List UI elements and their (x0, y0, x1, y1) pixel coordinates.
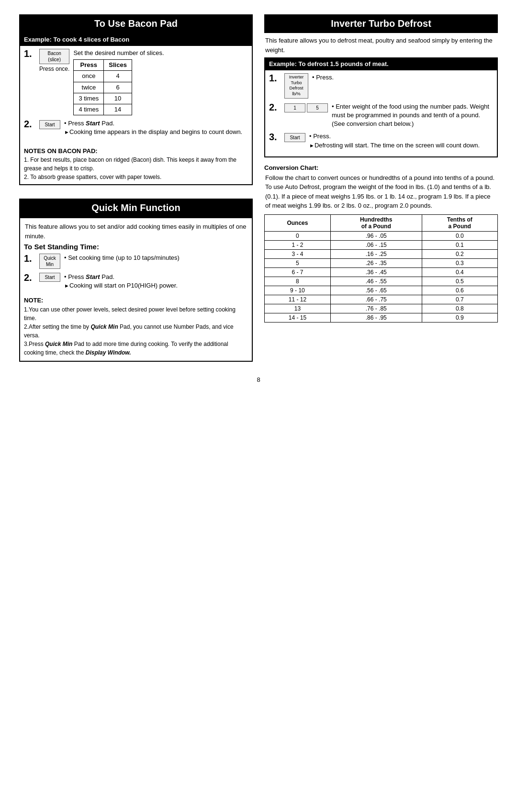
quick-min-note-section: NOTE: 1.You can use other power levels, … (24, 294, 248, 357)
bacon-step2-num: 2. (24, 119, 35, 129)
inverter-step2-num: 2. (269, 102, 281, 112)
table-cell: 0.1 (422, 240, 497, 249)
bacon-notes-title: NOTES ON BACON PAD: (24, 146, 248, 156)
table-cell: 5 (265, 258, 331, 267)
page-number: 8 (19, 376, 498, 383)
table-cell: 0 (265, 231, 331, 240)
quick-min-note-2: 2.After setting the time by Quick Min Pa… (24, 323, 248, 340)
table-cell: 0.5 (422, 277, 497, 286)
right-column: Inverter Turbo Defrost This feature allo… (264, 14, 498, 362)
table-cell: 0.9 (422, 313, 497, 322)
table-cell: 8 (265, 277, 331, 286)
table-cell: 0.7 (422, 295, 497, 304)
inverter-example-header: Example: To defrost 1.5 pounds of meat. (265, 58, 497, 70)
conversion-row: 9 - 10.56 - .650.6 (265, 286, 498, 295)
conversion-row: 0.96 - .050.0 (265, 231, 498, 240)
inverter-start-button: Start (284, 133, 305, 142)
bacon-slices-table: Press Slices once4 twice6 3 times10 4 ti… (73, 59, 132, 115)
quick-min-step1-content: Quick Min • Set cooking time (up to 10 t… (39, 254, 248, 269)
table-cell: .96 - .05 (330, 231, 422, 240)
quick-min-step2-num: 2. (24, 273, 35, 282)
quick-min-note-label: NOTE: (24, 296, 248, 305)
table-cell: once (74, 71, 104, 82)
conversion-row: 5.26 - .350.3 (265, 258, 498, 267)
bacon-notes: NOTES ON BACON PAD: 1. For best results,… (20, 144, 252, 185)
conversion-row: 3 - 4.16 - .250.2 (265, 249, 498, 258)
quick-min-section: Quick Min Function This feature allows y… (19, 199, 253, 362)
table-cell: 11 - 12 (265, 295, 331, 304)
inverter-step3-inner: Start • Press. ►Defrosting will start. T… (284, 132, 493, 149)
table-cell: 6 - 7 (265, 267, 331, 277)
quick-min-button: Quick Min (39, 254, 60, 269)
bacon-pad-title: To Use Bacon Pad (19, 14, 253, 33)
page-layout: To Use Bacon Pad Example: To cook 4 slic… (19, 14, 498, 362)
bacon-step1-content: Bacon (slice) Press once. Set the desire… (39, 49, 248, 115)
table-cell: 0.2 (422, 249, 497, 258)
table-cell: .56 - .65 (330, 286, 422, 295)
bacon-example-header: Example: To cook 4 slices of Bacon (20, 34, 252, 46)
inverter-content: This feature allows you to defrost meat,… (264, 33, 498, 57)
bacon-press-label: Press once. (39, 66, 69, 72)
table-cell: 0.6 (422, 286, 497, 295)
inverter-step2-buttons: 1 5 (284, 103, 328, 112)
quick-min-step2-text: • Press Start Pad. ►Cooking will start o… (64, 273, 248, 290)
inverter-defrost-button: InverterTurboDefrostlb/% (284, 73, 308, 99)
bacon-step2-inner: Start • Press Start Pad. ►Cooking time a… (39, 119, 248, 136)
table-cell: 3 times (74, 93, 104, 104)
inverter-step3-text: • Press. ►Defrosting will start. The tim… (309, 132, 493, 149)
quick-min-note-3: 3.Press Quick Min Pad to add more time d… (24, 340, 248, 357)
bacon-start-button: Start (39, 120, 60, 129)
inverter-step2-inner: 1 5 • Enter weight of the food using the… (284, 102, 493, 129)
conversion-row: 14 - 15.86 - .950.9 (265, 313, 498, 322)
table-cell: 0.3 (422, 258, 497, 267)
bacon-pad-section: To Use Bacon Pad Example: To cook 4 slic… (19, 14, 253, 185)
left-column: To Use Bacon Pad Example: To cook 4 slic… (19, 14, 253, 362)
table-cell: .66 - .75 (330, 295, 422, 304)
inverter-intro: This feature allows you to defrost meat,… (264, 36, 498, 55)
bacon-step2-text: • Press Start Pad. ►Cooking time appears… (64, 119, 248, 136)
quick-min-note-1: 1.You can use other power levels, select… (24, 305, 248, 323)
quick-min-intro: This feature allows you to set and/or ad… (24, 222, 248, 241)
bacon-step1-text: Set the desired number of slices. Press … (73, 49, 248, 115)
table-cell: .16 - .25 (330, 249, 422, 258)
quick-min-content: This feature allows you to set and/or ad… (19, 217, 253, 362)
table-cell: 13 (265, 304, 331, 313)
table-cell: .26 - .35 (330, 258, 422, 267)
table-cell: 0.0 (422, 231, 497, 240)
table-cell: 1 - 2 (265, 240, 331, 249)
inverter-step2-text: • Enter weight of the food using the num… (332, 102, 493, 129)
quick-min-step1: 1. Quick Min • Set cooking time (up to 1… (24, 254, 248, 269)
inverter-step1-text: • Press. (312, 73, 493, 82)
inverter-step3-content: Start • Press. ►Defrosting will start. T… (284, 132, 493, 149)
quick-min-step1-inner: Quick Min • Set cooking time (up to 10 t… (39, 254, 248, 269)
quick-min-step1-num: 1. (24, 254, 35, 263)
inverter-step2-content: 1 5 • Enter weight of the food using the… (284, 102, 493, 129)
bacon-step2-content: Start • Press Start Pad. ►Cooking time a… (39, 119, 248, 136)
table-cell: twice (74, 82, 104, 93)
bacon-note-2: 2. To absorb grease spatters, cover with… (24, 173, 248, 181)
inverter-title: Inverter Turbo Defrost (264, 14, 498, 33)
inverter-step3-num: 3. (269, 132, 281, 142)
table-cell: .36 - .45 (330, 267, 422, 277)
table-cell: 14 - 15 (265, 313, 331, 322)
quick-min-step2: 2. Start • Press Start Pad. ►Cooking wil… (24, 273, 248, 290)
bacon-step1-num: 1. (24, 49, 35, 58)
inverter-example-box: Example: To defrost 1.5 pounds of meat. … (264, 57, 498, 157)
quick-min-subtitle: To Set Standing Time: (24, 243, 248, 251)
bacon-note-1: 1. For best results, place bacon on ridg… (24, 156, 248, 173)
table-cell: .06 - .15 (330, 240, 422, 249)
inverter-step1-content: InverterTurboDefrostlb/% • Press. (284, 73, 493, 99)
bacon-step1-button-area: Bacon (slice) Press once. (39, 49, 69, 72)
inverter-section: Inverter Turbo Defrost This feature allo… (264, 14, 498, 157)
inverter-step1: 1. InverterTurboDefrostlb/% • Press. (269, 73, 493, 99)
inverter-step3: 3. Start • Press. ►Defrosting will start… (269, 132, 493, 149)
bacon-step1-inner: Bacon (slice) Press once. Set the desire… (39, 49, 248, 115)
inverter-step2: 2. 1 5 • Enter weight of the food using … (269, 102, 493, 129)
bacon-table-header-press: Press (74, 60, 104, 71)
quick-min-step2-inner: Start • Press Start Pad. ►Cooking will s… (39, 273, 248, 290)
table-cell: .46 - .55 (330, 277, 422, 286)
table-cell: 4 times (74, 104, 104, 115)
table-cell: 10 (104, 93, 132, 104)
inverter-step1-num: 1. (269, 73, 281, 83)
inverter-step1-inner: InverterTurboDefrostlb/% • Press. (284, 73, 493, 99)
